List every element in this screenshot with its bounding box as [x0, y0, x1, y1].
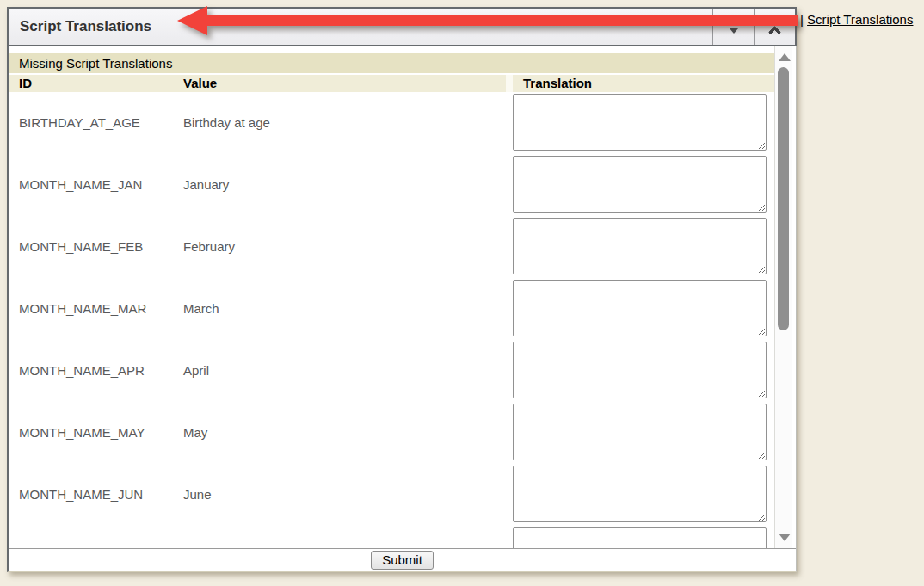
table-caption: Missing Script Translations — [9, 53, 774, 73]
translation-textarea[interactable] — [513, 342, 767, 398]
chevron-down-icon — [730, 28, 738, 34]
panel-body: Missing Script Translations ID Value Tra… — [7, 46, 797, 572]
panel-title: Script Translations — [9, 9, 151, 45]
translation-textarea[interactable] — [513, 466, 767, 522]
table-row: BIRTHDAY_AT_AGE Birthday at age — [9, 94, 774, 156]
scrollbar-up-arrow-icon[interactable] — [779, 53, 791, 61]
translation-textarea[interactable] — [513, 527, 767, 548]
header-spacer — [151, 9, 712, 45]
submit-button[interactable]: Submit — [371, 551, 434, 570]
script-translations-panel: Script Translations Missing Script Trans… — [7, 7, 797, 572]
header-cell-group: ID Value — [9, 75, 506, 92]
row-id: BIRTHDAY_AT_AGE — [19, 94, 178, 151]
table-row: MONTH_NAME_JUN June — [9, 466, 774, 527]
row-id: MONTH_NAME_MAR — [19, 280, 178, 336]
breadcrumb-separator: | — [800, 12, 804, 27]
row-value: June — [183, 466, 502, 522]
row-id: MONTH_NAME_JAN — [19, 156, 178, 213]
translation-textarea[interactable] — [513, 404, 767, 460]
scrollbar-thumb[interactable] — [778, 67, 789, 330]
column-header-translation: Translation — [513, 75, 774, 92]
table-row: MONTH_NAME_MAY May — [9, 404, 774, 466]
row-id: MONTH_NAME_FEB — [19, 218, 178, 274]
vertical-scrollbar[interactable] — [774, 46, 792, 548]
panel-dropdown-button[interactable] — [712, 9, 754, 45]
scroll-region: Missing Script Translations ID Value Tra… — [9, 46, 796, 548]
table-row: MONTH_NAME_FEB February — [9, 218, 774, 280]
breadcrumb: | Script Translations — [800, 12, 913, 27]
rows-container: BIRTHDAY_AT_AGE Birthday at age MONTH_NA… — [9, 94, 774, 548]
table-header-row: ID Value Translation — [9, 75, 774, 92]
script-translations-link[interactable]: Script Translations — [807, 12, 913, 27]
row-id: MONTH_NAME_JUN — [19, 466, 178, 522]
table-row: MONTH_NAME_APR April — [9, 342, 774, 404]
row-value: March — [183, 280, 502, 336]
row-id: MONTH_NAME_APR — [19, 342, 178, 398]
translation-textarea[interactable] — [513, 218, 767, 274]
translation-textarea[interactable] — [513, 156, 767, 213]
submit-bar: Submit — [9, 548, 796, 571]
translations-table: Missing Script Translations ID Value Tra… — [9, 46, 774, 548]
row-value: April — [183, 342, 502, 398]
panel-header: Script Translations — [7, 7, 797, 46]
column-header-id: ID — [19, 76, 32, 90]
table-row: MONTH_NAME_JUL July — [9, 527, 774, 548]
row-id: MONTH_NAME_MAY — [19, 404, 178, 460]
table-row: MONTH_NAME_MAR March — [9, 280, 774, 342]
row-value: May — [183, 404, 502, 460]
row-value: July — [183, 527, 502, 548]
chevron-up-icon — [768, 25, 782, 39]
table-row: MONTH_NAME_JAN January — [9, 156, 774, 218]
translation-textarea[interactable] — [513, 94, 767, 151]
row-id: MONTH_NAME_JUL — [19, 527, 178, 548]
header-cell-gap — [506, 75, 513, 92]
translation-textarea[interactable] — [513, 280, 767, 336]
column-header-value: Value — [183, 76, 217, 90]
scrollbar-down-arrow-icon[interactable] — [779, 534, 791, 541]
panel-collapse-button[interactable] — [754, 9, 795, 45]
row-value: February — [183, 218, 502, 274]
row-value: January — [183, 156, 502, 213]
row-value: Birthday at age — [183, 94, 502, 151]
